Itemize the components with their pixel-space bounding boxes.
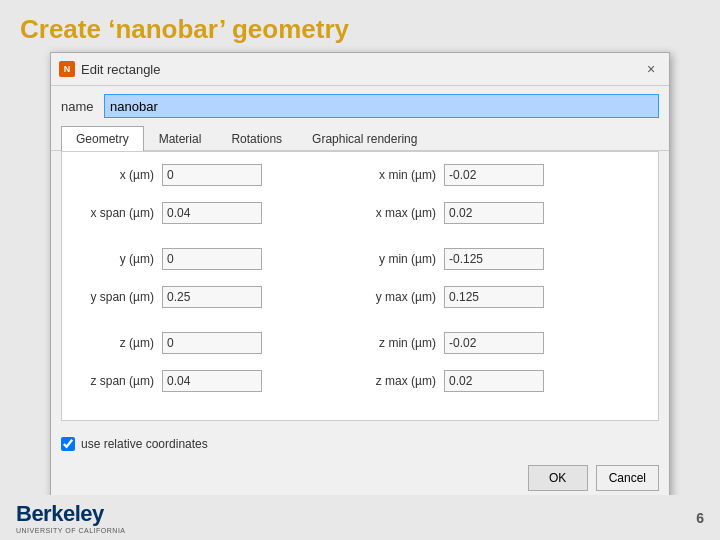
- z-label: z (µm): [78, 336, 158, 350]
- x-field-group: x (µm) x min (µm): [78, 164, 642, 192]
- slide: Create ‘nanobar’ geometry N Edit rectang…: [0, 0, 720, 540]
- name-label: name: [61, 99, 96, 114]
- yspan-label: y span (µm): [78, 290, 158, 304]
- ymin-field-row: y min (µm): [360, 248, 642, 270]
- xspan-label: x span (µm): [78, 206, 158, 220]
- z-field-group: z (µm) z min (µm): [78, 332, 642, 360]
- dialog-app-icon: N: [59, 61, 75, 77]
- x-input[interactable]: [162, 164, 262, 186]
- xmax-label: x max (µm): [360, 206, 440, 220]
- xspan-field-row: x span (µm): [78, 202, 360, 224]
- zmin-label: z min (µm): [360, 336, 440, 350]
- name-input[interactable]: [104, 94, 659, 118]
- x-label: x (µm): [78, 168, 158, 182]
- zspan-field-row: z span (µm): [78, 370, 360, 392]
- ok-button[interactable]: OK: [528, 465, 588, 491]
- edit-rectangle-dialog: N Edit rectangle × name Geometry Materia…: [50, 52, 670, 500]
- xspan-field-group: x span (µm) x max (µm): [78, 202, 642, 230]
- y-input[interactable]: [162, 248, 262, 270]
- xspan-input[interactable]: [162, 202, 262, 224]
- zmax-label: z max (µm): [360, 374, 440, 388]
- y-field-row: y (µm): [78, 248, 360, 270]
- close-button[interactable]: ×: [641, 59, 661, 79]
- tab-content-geometry: x (µm) x min (µm) x span (µm) x max (µm): [61, 151, 659, 421]
- xmin-input[interactable]: [444, 164, 544, 186]
- dialog-footer: OK Cancel: [51, 457, 669, 499]
- ymin-label: y min (µm): [360, 252, 440, 266]
- ymax-label: y max (µm): [360, 290, 440, 304]
- cancel-button[interactable]: Cancel: [596, 465, 659, 491]
- xmin-field-row: x min (µm): [360, 164, 642, 186]
- zmax-input[interactable]: [444, 370, 544, 392]
- berkeley-logo-text: Berkeley: [16, 501, 104, 527]
- zmin-field-row: z min (µm): [360, 332, 642, 354]
- yspan-field-group: y span (µm) y max (µm): [78, 286, 642, 314]
- zspan-field-group: z span (µm) z max (µm): [78, 370, 642, 398]
- tab-material[interactable]: Material: [144, 126, 217, 151]
- dialog-titlebar: N Edit rectangle ×: [51, 53, 669, 86]
- y-label: y (µm): [78, 252, 158, 266]
- tab-graphical-rendering[interactable]: Graphical rendering: [297, 126, 432, 151]
- slide-footer: Berkeley UNIVERSITY OF CALIFORNIA 6: [0, 495, 720, 540]
- zmin-input[interactable]: [444, 332, 544, 354]
- xmin-label: x min (µm): [360, 168, 440, 182]
- zmax-field-row: z max (µm): [360, 370, 642, 392]
- name-row: name: [51, 86, 669, 126]
- zspan-input[interactable]: [162, 370, 262, 392]
- tabs-row: Geometry Material Rotations Graphical re…: [51, 126, 669, 151]
- relative-coords-label: use relative coordinates: [81, 437, 208, 451]
- checkbox-row: use relative coordinates: [61, 431, 659, 457]
- relative-coords-checkbox[interactable]: [61, 437, 75, 451]
- dialog-title-text: Edit rectangle: [81, 62, 161, 77]
- ymin-input[interactable]: [444, 248, 544, 270]
- z-input[interactable]: [162, 332, 262, 354]
- slide-title: Create ‘nanobar’ geometry: [0, 0, 720, 55]
- tab-rotations[interactable]: Rotations: [216, 126, 297, 151]
- x-field-row: x (µm): [78, 164, 360, 186]
- page-number: 6: [696, 510, 704, 526]
- zspan-label: z span (µm): [78, 374, 158, 388]
- yspan-input[interactable]: [162, 286, 262, 308]
- ymax-field-row: y max (µm): [360, 286, 642, 308]
- xmax-input[interactable]: [444, 202, 544, 224]
- z-field-row: z (µm): [78, 332, 360, 354]
- ymax-input[interactable]: [444, 286, 544, 308]
- berkeley-logo: Berkeley UNIVERSITY OF CALIFORNIA: [16, 501, 126, 534]
- dialog-titlebar-left: N Edit rectangle: [59, 61, 161, 77]
- yspan-field-row: y span (µm): [78, 286, 360, 308]
- berkeley-logo-sub: UNIVERSITY OF CALIFORNIA: [16, 527, 126, 534]
- y-field-group: y (µm) y min (µm): [78, 248, 642, 276]
- xmax-field-row: x max (µm): [360, 202, 642, 224]
- tab-geometry[interactable]: Geometry: [61, 126, 144, 151]
